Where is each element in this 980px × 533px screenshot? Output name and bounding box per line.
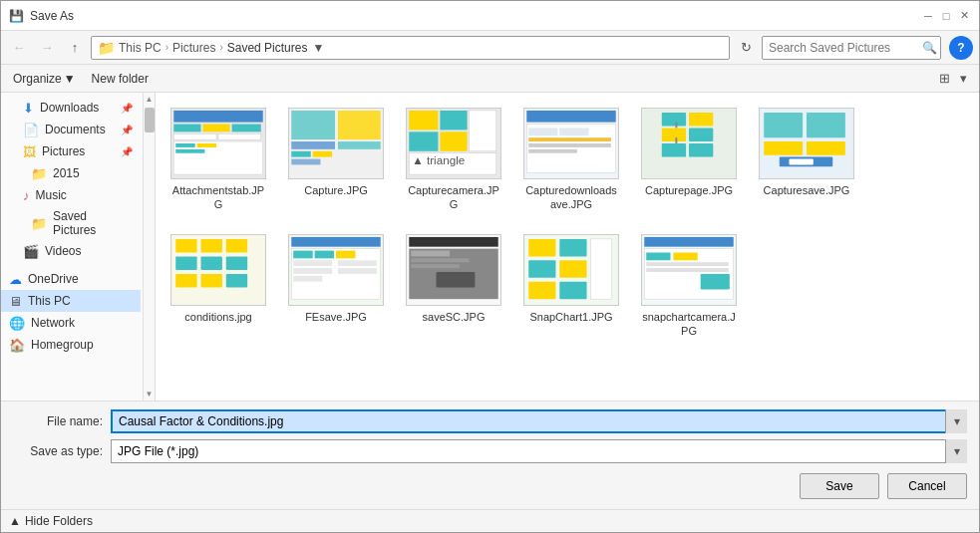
file-thumbnail bbox=[288, 108, 384, 179]
svg-rect-69 bbox=[293, 275, 322, 281]
file-item-attachmentstab[interactable]: Attachmentstab.JPG bbox=[163, 101, 273, 219]
svg-rect-54 bbox=[226, 238, 247, 252]
file-item-savesc[interactable]: saveSC.JPG bbox=[399, 227, 508, 346]
svg-rect-93 bbox=[646, 268, 729, 272]
file-item-snapchartcamera[interactable]: snapchartcamera.JPG bbox=[634, 227, 744, 346]
pc-icon: 🖥 bbox=[9, 294, 22, 309]
up-button[interactable]: ↑ bbox=[63, 36, 87, 60]
sidebar-scroll-up[interactable]: ▲ bbox=[146, 93, 154, 106]
hide-folders-row: ▲ Hide Folders bbox=[1, 509, 979, 532]
filename-input-wrapper: ▾ bbox=[111, 409, 967, 433]
download-icon: ⬇ bbox=[23, 101, 34, 116]
file-item-capturedownloadsave[interactable]: Capturedownloadsave.JPG bbox=[516, 101, 626, 219]
filename-dropdown-button[interactable]: ▾ bbox=[945, 409, 967, 433]
breadcrumb-saved-pictures[interactable]: Saved Pictures bbox=[227, 41, 308, 55]
filename-input[interactable] bbox=[111, 409, 967, 433]
svg-rect-80 bbox=[528, 238, 555, 256]
maximize-button[interactable]: □ bbox=[939, 9, 953, 23]
sidebar-item-label: OneDrive bbox=[28, 272, 79, 286]
sidebar-item-saved-pictures[interactable]: 📁 Saved Pictures bbox=[1, 206, 141, 240]
organize-chevron-icon: ▼ bbox=[64, 72, 76, 86]
cancel-button[interactable]: Cancel bbox=[887, 473, 967, 499]
file-item-capture[interactable]: Capture.JPG bbox=[281, 101, 391, 219]
svg-rect-3 bbox=[202, 125, 229, 133]
sidebar-item-downloads[interactable]: ⬇ Downloads 📌 bbox=[1, 97, 141, 119]
breadcrumb-thispc[interactable]: This PC bbox=[119, 41, 162, 55]
svg-rect-34 bbox=[528, 149, 577, 153]
savetype-input[interactable] bbox=[111, 439, 967, 463]
sidebar-item-label: Downloads bbox=[40, 101, 99, 115]
sidebar-item-network[interactable]: 🌐 Network bbox=[1, 312, 141, 334]
minimize-button[interactable]: ─ bbox=[921, 9, 935, 23]
svg-rect-66 bbox=[336, 250, 355, 258]
file-thumbnail bbox=[523, 234, 619, 306]
svg-rect-9 bbox=[197, 143, 216, 147]
savetype-dropdown-button[interactable]: ▾ bbox=[945, 439, 967, 463]
back-button[interactable]: ← bbox=[7, 36, 31, 60]
sidebar-item-label: This PC bbox=[28, 294, 71, 308]
refresh-button[interactable]: ↻ bbox=[734, 36, 758, 60]
svg-rect-42 bbox=[675, 123, 677, 129]
sidebar-item-this-pc[interactable]: 🖥 This PC bbox=[1, 290, 141, 312]
svg-rect-71 bbox=[338, 268, 377, 274]
organize-label: Organize bbox=[13, 72, 62, 86]
close-button[interactable]: ✕ bbox=[957, 9, 971, 23]
file-item-capturepage[interactable]: Capturepage.JPG bbox=[634, 101, 744, 219]
svg-rect-17 bbox=[313, 151, 332, 157]
search-button[interactable]: 🔍 bbox=[922, 41, 937, 55]
sidebar-scroll-down[interactable]: ▼ bbox=[146, 388, 154, 400]
pin-icon: 📌 bbox=[121, 125, 133, 135]
sidebar-item-documents[interactable]: 📄 Documents 📌 bbox=[1, 119, 141, 140]
svg-rect-28 bbox=[526, 111, 615, 123]
svg-rect-40 bbox=[662, 143, 686, 157]
svg-rect-1 bbox=[173, 111, 262, 123]
svg-rect-16 bbox=[291, 151, 310, 157]
file-item-fesave[interactable]: FEsave.JPG bbox=[281, 227, 391, 346]
new-folder-button[interactable]: New folder bbox=[88, 70, 153, 88]
sidebar-scroll-thumb[interactable] bbox=[145, 108, 155, 133]
save-button[interactable]: Save bbox=[800, 473, 879, 499]
svg-rect-43 bbox=[675, 137, 677, 143]
file-thumbnail bbox=[288, 234, 384, 306]
svg-rect-36 bbox=[662, 113, 686, 127]
organize-button[interactable]: Organize ▼ bbox=[9, 70, 80, 88]
file-item-capturesave[interactable]: Capturesave.JPG bbox=[752, 101, 861, 219]
svg-rect-46 bbox=[807, 113, 845, 137]
sidebar-item-2015[interactable]: 📁 2015 bbox=[1, 162, 141, 184]
forward-button[interactable]: → bbox=[35, 36, 59, 60]
view-dropdown-button[interactable]: ▾ bbox=[956, 69, 971, 88]
sidebar-item-pictures[interactable]: 🖼 Pictures 📌 bbox=[1, 140, 141, 162]
breadcrumb-pictures[interactable]: Pictures bbox=[172, 41, 215, 55]
sidebar-item-videos[interactable]: 🎬 Videos bbox=[1, 240, 141, 262]
file-item-conditions[interactable]: conditions.jpg bbox=[163, 227, 273, 346]
svg-rect-37 bbox=[689, 113, 713, 127]
file-name: conditions.jpg bbox=[184, 310, 251, 324]
sidebar-item-homegroup[interactable]: 🏠 Homegroup bbox=[1, 334, 141, 356]
sidebar-item-onedrive[interactable]: ☁ OneDrive bbox=[1, 268, 141, 290]
file-name: snapchartcamera.JPG bbox=[641, 310, 737, 339]
file-item-snapchart1[interactable]: SnapChart1.JPG bbox=[516, 227, 626, 346]
sidebar-item-music[interactable]: ♪ Music bbox=[1, 184, 141, 206]
chevron-icon: ▲ bbox=[9, 514, 21, 528]
file-item-capturecamera[interactable]: ▲ triangle Capturecamera.JPG bbox=[399, 101, 508, 219]
svg-rect-14 bbox=[291, 141, 335, 149]
hide-folders-button[interactable]: ▲ Hide Folders bbox=[9, 514, 93, 528]
breadcrumb-dropdown-button[interactable]: ▼ bbox=[311, 36, 325, 60]
svg-rect-31 bbox=[559, 128, 588, 135]
svg-rect-23 bbox=[440, 132, 467, 150]
svg-rect-57 bbox=[226, 256, 247, 270]
help-button[interactable]: ? bbox=[949, 36, 973, 60]
folder-icon: 📁 bbox=[31, 216, 47, 231]
filename-row: File name: ▾ bbox=[13, 409, 967, 433]
file-name: FEsave.JPG bbox=[305, 310, 367, 324]
svg-rect-53 bbox=[201, 238, 222, 252]
breadcrumb-sep2: › bbox=[219, 42, 222, 53]
search-input[interactable] bbox=[762, 36, 941, 60]
view-mode-button[interactable]: ⊞ bbox=[935, 69, 954, 88]
sidebar-scrollbar[interactable]: ▲ ▼ bbox=[143, 93, 155, 400]
sidebar-item-label: Music bbox=[36, 188, 67, 202]
pictures-icon: 🖼 bbox=[23, 144, 36, 159]
sidebar-item-label: Saved Pictures bbox=[53, 209, 133, 237]
svg-rect-38 bbox=[662, 128, 686, 141]
svg-rect-8 bbox=[175, 143, 194, 147]
